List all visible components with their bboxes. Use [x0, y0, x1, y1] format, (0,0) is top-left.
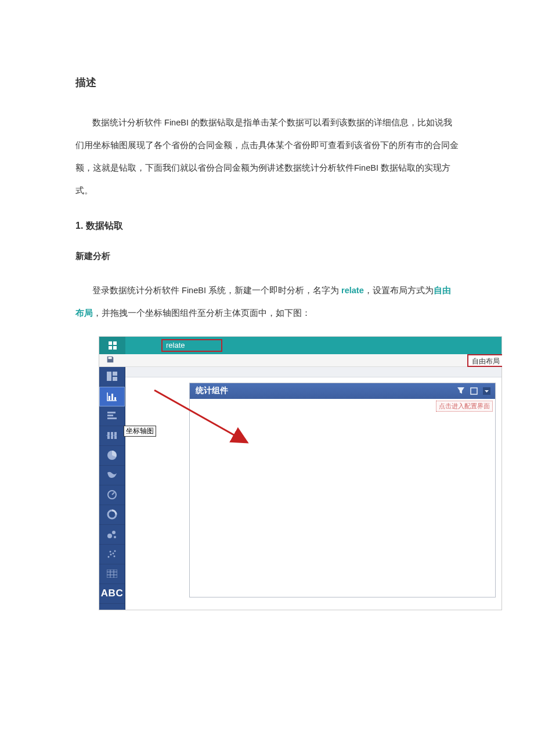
dropdown-icon[interactable]	[481, 386, 492, 396]
sidebar-tool-gauge[interactable]	[99, 485, 125, 505]
toolbar-save-row: 自由布局	[99, 354, 501, 367]
svg-point-18	[112, 531, 116, 534]
svg-point-19	[114, 536, 116, 538]
heading-description: 描述	[75, 75, 459, 89]
heading-new-analysis: 新建分析	[75, 251, 459, 262]
svg-point-22	[110, 551, 111, 553]
svg-rect-2	[113, 377, 117, 381]
design-canvas[interactable]: 统计组件 点击进入配置界面	[125, 367, 501, 610]
widget-title: 统计组件	[196, 386, 228, 396]
save-icon[interactable]	[106, 355, 114, 365]
widget-header: 统计组件	[190, 383, 495, 399]
component-sidebar: ABC 坐标轴图	[99, 367, 125, 610]
app-topbar: relate	[99, 337, 501, 354]
embedded-screenshot: relate 自由布局	[99, 336, 502, 610]
svg-rect-32	[471, 388, 477, 394]
sidebar-tool-map[interactable]	[99, 466, 125, 485]
config-hint-label[interactable]: 点击进入配置界面	[436, 401, 493, 412]
svg-rect-4	[111, 394, 113, 400]
paragraph-intro: 数据统计分析软件 FineBI 的数据钻取是指单击某个数据可以看到该数据的详细信…	[75, 111, 459, 203]
inline-link-relate: relate	[341, 286, 364, 295]
svg-rect-26	[107, 570, 117, 578]
text-segment: 登录数据统计分析软件 FineBI 系统，新建一个即时分析，名字为	[92, 286, 341, 295]
filter-icon[interactable]	[456, 386, 466, 396]
svg-point-17	[107, 534, 112, 538]
canvas-top-strip	[125, 367, 501, 377]
sidebar-tool-detail-table[interactable]	[99, 564, 125, 584]
svg-rect-5	[114, 397, 116, 400]
stat-widget-panel[interactable]: 统计组件 点击进入配置界面	[189, 383, 496, 597]
tab-name-box[interactable]: relate	[161, 339, 222, 352]
home-grid-button[interactable]	[99, 337, 125, 354]
sidebar-tool-stacked[interactable]	[99, 426, 125, 446]
svg-rect-7	[107, 415, 113, 416]
sidebar-tool-pie[interactable]	[99, 446, 125, 466]
sidebar-tool-bubble[interactable]	[99, 525, 125, 545]
sidebar-tool-table[interactable]	[99, 367, 125, 387]
svg-rect-6	[107, 412, 116, 413]
maximize-icon[interactable]	[468, 386, 479, 396]
grid-icon	[109, 341, 117, 350]
svg-rect-3	[109, 396, 110, 400]
sidebar-tool-text[interactable]: ABC	[99, 584, 125, 604]
svg-rect-8	[107, 417, 117, 419]
heading-section-1: 1. 数据钻取	[75, 220, 459, 232]
sidebar-tooltip: 坐标轴图	[124, 426, 156, 437]
sidebar-tool-axis-chart[interactable]	[99, 387, 125, 406]
sidebar-tool-scatter[interactable]	[99, 545, 125, 564]
svg-point-24	[114, 550, 116, 552]
sidebar-tool-bar-horizontal[interactable]	[99, 406, 125, 426]
text-segment: ，设置布局方式为	[364, 286, 434, 295]
app-body: ABC 坐标轴图 统计组件	[99, 367, 501, 610]
layout-mode-label[interactable]: 自由布局	[467, 354, 502, 367]
svg-point-23	[113, 553, 114, 555]
paragraph-instructions: 登录数据统计分析软件 FineBI 系统，新建一个即时分析，名字为 relate…	[75, 279, 459, 325]
svg-rect-0	[107, 372, 111, 381]
svg-rect-1	[113, 372, 117, 376]
text-segment: ，并拖拽一个坐标轴图组件至分析主体页面中，如下图：	[93, 308, 311, 318]
svg-point-25	[114, 556, 116, 557]
svg-line-15	[112, 492, 114, 495]
sidebar-tool-donut[interactable]	[99, 505, 125, 525]
svg-point-21	[110, 554, 112, 556]
svg-point-20	[108, 556, 110, 558]
